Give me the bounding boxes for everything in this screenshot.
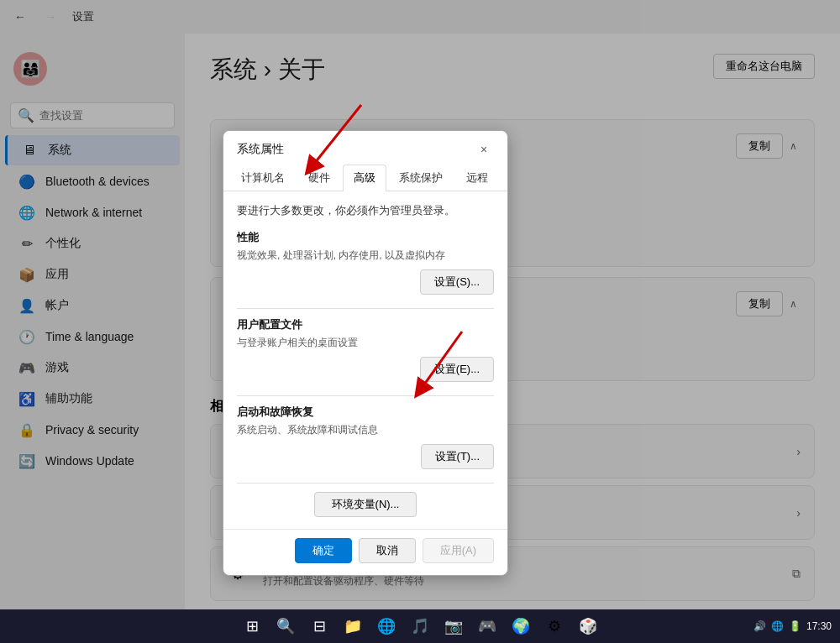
env-variables-button[interactable]: 环境变量(N)...	[314, 492, 417, 517]
performance-title: 性能	[237, 230, 494, 245]
dialog-admin-note: 要进行大多数更改，你必须作为管理员登录。	[237, 203, 494, 218]
spotify-taskbar[interactable]: 🎵	[407, 613, 433, 640]
separator-1	[237, 308, 494, 309]
ok-button[interactable]: 确定	[295, 538, 352, 563]
tab-remote[interactable]: 远程	[455, 165, 499, 191]
taskbar: ⊞ 🔍 ⊟ 📁 🌐 🎵 📷 🎮 🌍 ⚙ 🎲 🔊 🌐 🔋 17:30	[0, 609, 840, 643]
tab-computer-name[interactable]: 计算机名	[230, 165, 296, 191]
separator-3	[237, 483, 494, 484]
search-taskbar-button[interactable]: 🔍	[272, 613, 299, 640]
performance-settings-button[interactable]: 设置(S)...	[420, 269, 494, 295]
performance-desc: 视觉效果, 处理器计划, 内存使用, 以及虚拟内存	[237, 248, 494, 263]
edge-taskbar[interactable]: 🌐	[373, 613, 400, 640]
user-profiles-desc: 与登录账户相关的桌面设置	[237, 336, 494, 350]
dialog-content: 要进行大多数更改，你必须作为管理员登录。 性能 视觉效果, 处理器计划, 内存使…	[223, 191, 507, 529]
apply-button[interactable]: 应用(A)	[423, 538, 494, 563]
cancel-button[interactable]: 取消	[359, 538, 416, 563]
dialog-tabs: 计算机名 硬件 高级 系统保护 远程	[223, 159, 507, 191]
tab-hardware[interactable]: 硬件	[297, 165, 341, 191]
task-view-button[interactable]: ⊟	[306, 613, 333, 640]
chrome-taskbar[interactable]: 🌍	[507, 613, 534, 640]
dialog-footer: 确定 取消 应用(A)	[223, 529, 507, 575]
settings-taskbar[interactable]: ⚙	[541, 613, 568, 640]
taskbar-system-tray: 🔊 🌐 🔋 17:30	[753, 620, 832, 632]
system-properties-dialog: 系统属性 × 计算机名 硬件 高级 系统保护 远程 要进行大多数更改，你必须作为…	[223, 130, 508, 576]
tab-advanced[interactable]: 高级	[343, 165, 386, 191]
start-button[interactable]: ⊞	[239, 613, 265, 640]
startup-title: 启动和故障恢复	[237, 405, 494, 420]
dialog-close-button[interactable]: ×	[474, 139, 494, 159]
startup-section: 启动和故障恢复 系统启动、系统故障和调试信息 设置(T)...	[237, 405, 494, 469]
camera-taskbar[interactable]: 📷	[440, 613, 467, 640]
file-explorer-taskbar[interactable]: 📁	[339, 613, 366, 640]
performance-section: 性能 视觉效果, 处理器计划, 内存使用, 以及虚拟内存 设置(S)...	[237, 230, 494, 295]
xbox-taskbar[interactable]: 🎮	[474, 613, 501, 640]
dialog-titlebar: 系统属性 ×	[223, 131, 507, 159]
user-profiles-settings-button[interactable]: 设置(E)...	[420, 357, 494, 382]
startup-settings-button[interactable]: 设置(T)...	[421, 444, 494, 469]
separator-2	[237, 395, 494, 396]
startup-desc: 系统启动、系统故障和调试信息	[237, 423, 494, 437]
user-profiles-title: 用户配置文件	[237, 317, 494, 332]
dialog-title: 系统属性	[237, 142, 284, 157]
tab-system-protection[interactable]: 系统保护	[388, 165, 454, 191]
user-profiles-section: 用户配置文件 与登录账户相关的桌面设置 设置(E)...	[237, 317, 494, 382]
store-taskbar[interactable]: 🎲	[575, 613, 601, 640]
